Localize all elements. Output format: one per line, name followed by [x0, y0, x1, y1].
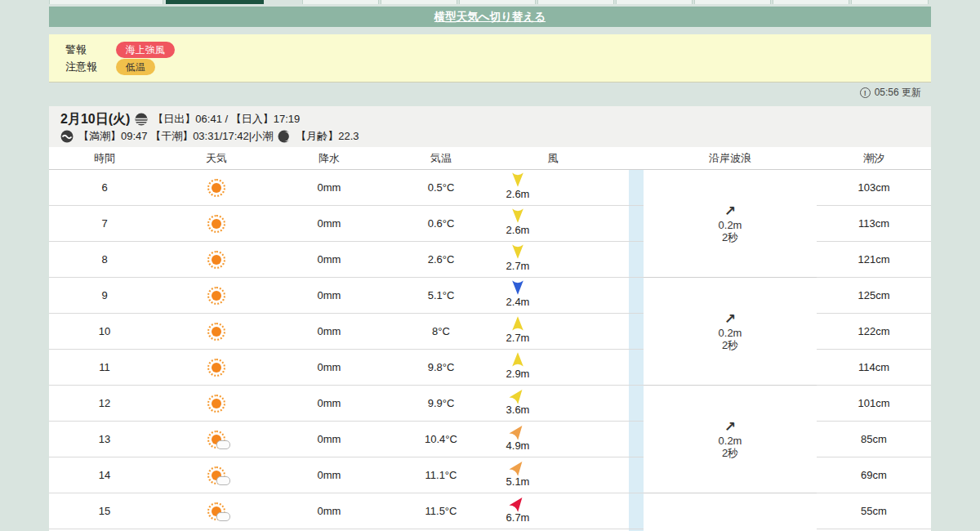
switch-to-horizontal-link[interactable]: 横型天気へ切り替える — [434, 11, 546, 23]
time-cell: 12 — [49, 386, 160, 421]
view-switch-banner: 横型天気へ切り替える — [49, 7, 931, 27]
time-cell: 10 — [49, 314, 160, 349]
wind-direction-arrow-icon — [511, 351, 524, 368]
wind-direction-arrow-icon — [511, 279, 524, 296]
wave-height: 0.2m — [719, 327, 742, 339]
advisory-label: 注意報 — [65, 59, 101, 75]
wind-cell: 5.1m — [497, 457, 539, 493]
col-header-time: 時間 — [49, 147, 160, 170]
wind-direction-arrow-icon — [511, 243, 524, 260]
wave-height: 0.2m — [719, 219, 742, 231]
wind-cell: 2.9m — [497, 350, 539, 385]
wind-speed: 2.9m — [497, 368, 539, 380]
precip-cell: 0mm — [273, 242, 385, 277]
col-header-wind: 風 — [497, 147, 609, 170]
top-tab-selected[interactable] — [166, 0, 264, 4]
wave-height: 0.2m — [719, 435, 742, 447]
weather-sunny-icon — [207, 215, 225, 233]
table-row: 9 0mm 5.1°C 2.4m — [49, 278, 644, 314]
wind-direction-arrow-icon — [511, 423, 524, 440]
warning-badge[interactable]: 海上強風 — [116, 42, 175, 58]
weather-sun-cloud-icon — [207, 466, 225, 484]
top-tab[interactable] — [694, 0, 771, 4]
top-tab[interactable] — [851, 0, 929, 4]
tide-cell: 55cm — [817, 493, 931, 529]
wave-icon — [60, 130, 74, 143]
weather-sun-cloud-icon — [207, 431, 225, 448]
tide-cell: 69cm — [817, 457, 931, 493]
update-time: ! 05:56 更新 — [860, 86, 921, 99]
col-header-precip: 降水 — [273, 147, 385, 170]
wind-cell: 6.7m — [497, 493, 539, 529]
wind-cell: 2.6m — [497, 206, 539, 241]
info-circle-icon: ! — [860, 87, 871, 98]
weather-sunny-icon — [207, 323, 225, 341]
moon-icon — [278, 130, 291, 143]
precip-cell: 0mm — [273, 350, 385, 385]
table-row: 13 0mm 10.4°C 4.9m — [49, 422, 644, 457]
temp-cell: 11.1°C — [385, 457, 497, 493]
wind-speed: 2.7m — [497, 332, 539, 344]
temp-cell: 0.5°C — [385, 170, 497, 205]
tide-cell: 113cm — [817, 206, 931, 242]
temp-cell: 11.5°C — [385, 493, 497, 529]
temp-cell: 9.8°C — [385, 350, 497, 385]
time-cell: 14 — [49, 457, 160, 493]
wind-cell: 2.6m — [497, 170, 539, 205]
top-tab-strip — [0, 0, 980, 4]
temp-cell: 2.6°C — [385, 242, 497, 277]
wind-cell: 2.7m — [497, 314, 539, 349]
temp-cell: 5.1°C — [385, 278, 497, 313]
table-row: 8 0mm 2.6°C 2.7m — [49, 242, 644, 278]
wave-direction-arrow-icon: ↗ — [724, 420, 736, 435]
table-row: 15 0mm 11.5°C 6.7m — [49, 493, 644, 529]
top-tab[interactable] — [302, 0, 379, 4]
temp-cell: 9.9°C — [385, 386, 497, 421]
time-cell: 13 — [49, 422, 160, 457]
advisory-badge[interactable]: 低温 — [116, 59, 155, 75]
wave-period: 2秒 — [722, 447, 738, 459]
wind-speed: 2.6m — [497, 188, 539, 200]
top-tab[interactable] — [381, 0, 457, 4]
time-cell: 9 — [49, 278, 160, 313]
wind-cell: 3.6m — [497, 386, 539, 421]
top-tab[interactable] — [459, 0, 536, 4]
wind-speed: 2.6m — [497, 224, 539, 236]
top-tab[interactable] — [616, 0, 693, 4]
temp-cell: 0.6°C — [385, 206, 497, 241]
precip-cell: 0mm — [273, 457, 385, 493]
forecast-panel: 2月10日(火) 【日出】06:41 / 【日入】17:19 【満潮】09:47… — [49, 106, 931, 531]
tide-cell: 85cm — [817, 422, 931, 457]
weather-sunny-icon — [207, 359, 225, 377]
col-header-weather: 天気 — [160, 147, 273, 170]
weather-sunny-icon — [207, 179, 225, 197]
time-cell: 15 — [49, 493, 160, 529]
temp-cell: 10.4°C — [385, 422, 497, 457]
table-row: 6 0mm 0.5°C 2.6m — [49, 170, 644, 206]
col-header-waves: 沿岸波浪 — [644, 147, 817, 170]
warning-label: 警報 — [65, 42, 101, 58]
weather-sunny-icon — [207, 395, 225, 413]
table-row: 14 0mm 11.1°C 5.1m — [49, 457, 644, 493]
wind-direction-arrow-icon — [511, 387, 524, 404]
tide-cell: 122cm — [817, 314, 931, 350]
table-row: 12 0mm 9.9°C 3.6m — [49, 386, 644, 422]
table-row: 7 0mm 0.6°C 2.6m — [49, 206, 644, 242]
wind-direction-arrow-icon — [511, 172, 524, 188]
tide-times-text: 【満潮】09:47 【干潮】03:31/17:42|小潮 — [78, 127, 273, 145]
weather-sun-cloud-icon — [207, 502, 225, 520]
date-header: 2月10日(火) 【日出】06:41 / 【日入】17:19 【満潮】09:47… — [49, 106, 931, 147]
precip-cell: 0mm — [273, 170, 385, 205]
tide-cell: 121cm — [817, 242, 931, 278]
top-tab[interactable] — [537, 0, 614, 4]
wind-speed: 2.7m — [497, 260, 539, 272]
top-tab[interactable] — [773, 0, 849, 4]
wind-direction-arrow-icon — [511, 315, 524, 332]
time-cell: 6 — [49, 170, 160, 205]
tide-cell: 101cm — [817, 386, 931, 422]
sunrise-icon — [135, 113, 148, 126]
precip-cell: 0mm — [273, 206, 385, 241]
top-tab[interactable] — [49, 0, 163, 4]
alert-box: 警報 海上強風 注意報 低温 — [49, 34, 931, 83]
tide-cell: 125cm — [817, 278, 931, 314]
